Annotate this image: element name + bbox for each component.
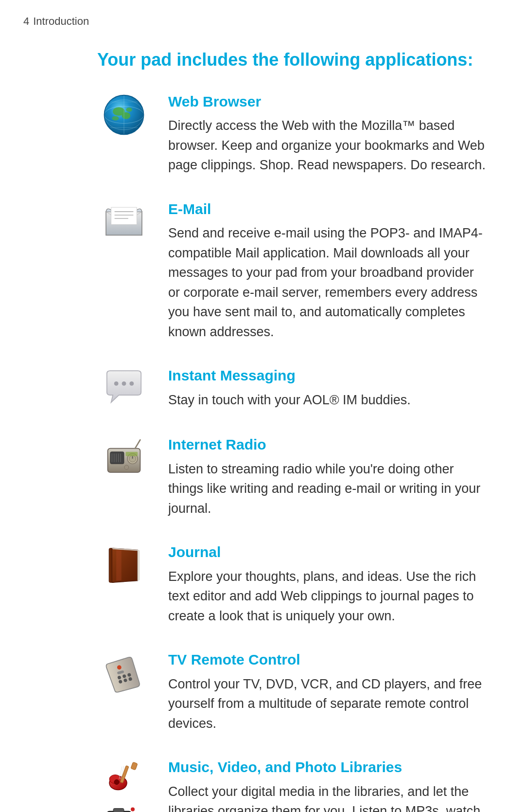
web-browser-description: Directly access the Web with the Mozilla… xyxy=(168,116,486,175)
music-icon xyxy=(105,758,143,798)
svg-rect-47 xyxy=(131,762,138,770)
web-browser-icon-area xyxy=(97,91,151,137)
svg-point-18 xyxy=(129,381,134,386)
app-item-email: E-Mail Send and receive e-mail using the… xyxy=(97,198,486,342)
media-description: Collect your digital media in the librar… xyxy=(168,782,486,812)
svg-rect-54 xyxy=(113,808,124,812)
media-text: Music, Video, and Photo Libraries Collec… xyxy=(168,757,486,812)
journal-text: Journal Explore your thoughts, plans, an… xyxy=(168,541,486,626)
radio-text: Internet Radio Listen to streaming radio… xyxy=(168,434,486,518)
app-item-remote: TV Remote Control Control your TV, DVD, … xyxy=(97,649,486,733)
app-item-radio: Internet Radio Listen to streaming radio… xyxy=(97,434,486,518)
svg-line-29 xyxy=(135,440,140,449)
remote-text: TV Remote Control Control your TV, DVD, … xyxy=(168,649,486,733)
web-browser-title: Web Browser xyxy=(168,91,486,112)
im-description: Stay in touch with your AOL® IM buddies. xyxy=(168,390,486,410)
media-icon-area xyxy=(97,757,151,812)
email-icon-area xyxy=(97,198,151,244)
remote-icon xyxy=(102,651,146,695)
email-description: Send and receive e-mail using the POP3- … xyxy=(168,223,486,342)
svg-point-17 xyxy=(122,381,126,386)
im-text: Instant Messaging Stay in touch with you… xyxy=(168,365,486,410)
journal-icon-area xyxy=(97,541,151,587)
media-title: Music, Video, and Photo Libraries xyxy=(168,757,486,778)
svg-point-2 xyxy=(122,112,131,119)
chat-bubble-icon xyxy=(102,367,146,411)
section-heading: Your pad includes the following applicat… xyxy=(97,49,486,72)
svg-point-16 xyxy=(114,381,119,386)
main-content: Your pad includes the following applicat… xyxy=(0,29,525,812)
app-item-web-browser: Web Browser Directly access the Web with… xyxy=(97,91,486,175)
im-icon-area xyxy=(97,365,151,411)
svg-point-30 xyxy=(124,465,129,469)
svg-rect-31 xyxy=(126,452,138,456)
svg-point-55 xyxy=(131,807,135,811)
video-icon xyxy=(105,801,143,812)
journal-book-icon xyxy=(102,543,146,587)
web-browser-text: Web Browser Directly access the Web with… xyxy=(168,91,486,175)
radio-title: Internet Radio xyxy=(168,434,486,455)
im-title: Instant Messaging xyxy=(168,365,486,386)
media-icons-group xyxy=(105,758,143,812)
svg-rect-20 xyxy=(110,452,124,464)
page-number: 4 xyxy=(23,14,29,29)
page-section-label: Introduction xyxy=(33,14,89,29)
journal-description: Explore your thoughts, plans, and ideas.… xyxy=(168,567,486,626)
svg-point-3 xyxy=(112,116,119,120)
app-item-journal: Journal Explore your thoughts, plans, an… xyxy=(97,541,486,626)
globe-icon xyxy=(102,93,146,137)
svg-point-4 xyxy=(126,108,132,112)
remote-icon-area xyxy=(97,649,151,695)
app-item-im: Instant Messaging Stay in touch with you… xyxy=(97,365,486,411)
email-text: E-Mail Send and receive e-mail using the… xyxy=(168,198,486,342)
envelope-icon xyxy=(102,200,146,244)
journal-title: Journal xyxy=(168,541,486,563)
app-item-media: Music, Video, and Photo Libraries Collec… xyxy=(97,757,486,812)
svg-point-46 xyxy=(114,780,119,785)
radio-description: Listen to streaming radio while you're d… xyxy=(168,459,486,519)
remote-title: TV Remote Control xyxy=(168,649,486,670)
radio-icon xyxy=(102,436,146,480)
radio-icon-area xyxy=(97,434,151,480)
page-header: 4 Introduction xyxy=(0,0,525,29)
remote-description: Control your TV, DVD, VCR, and CD player… xyxy=(168,674,486,734)
email-title: E-Mail xyxy=(168,198,486,220)
